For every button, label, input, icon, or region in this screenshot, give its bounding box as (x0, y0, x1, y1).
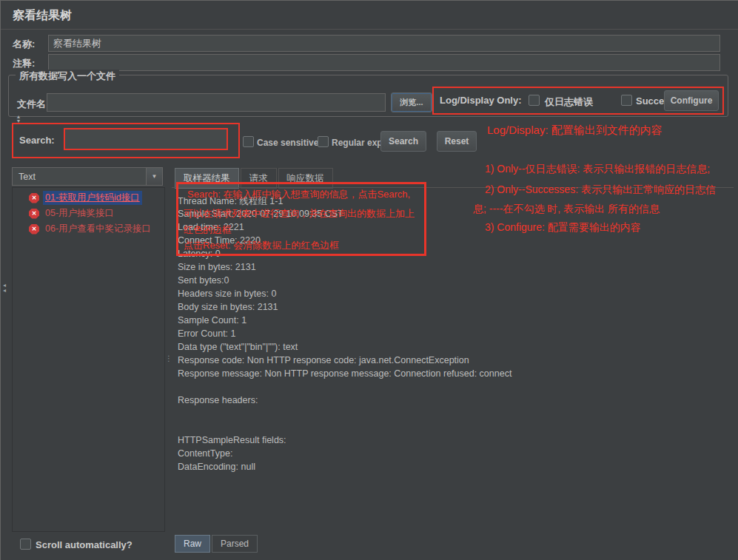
log-display-only-label: Log/Display Only: (440, 95, 522, 106)
error-icon: ✕ (29, 209, 39, 219)
scroll-automatically-label: Scroll automatically? (36, 539, 132, 550)
comment-label: 注释: (13, 57, 35, 70)
result-line (178, 382, 734, 395)
annotation-line: 可以在请求列表中进行查询，并在查询出的数据上加上 (184, 207, 415, 220)
result-line: Response code: Non HTTP response code: j… (178, 355, 734, 368)
errors-only-label: 仅日志错误 (545, 95, 593, 109)
browse-button[interactable]: 浏览... (391, 92, 432, 112)
tree-item-label: 05-用户抽奖接口 (43, 206, 116, 220)
name-label: 名称: (13, 38, 35, 51)
name-input[interactable] (48, 35, 720, 52)
splitter-collapse-icon[interactable]: ◂◂ (1, 283, 7, 293)
tree-item-label: 01-获取用户转码id接口 (43, 191, 142, 205)
view-results-tree-panel: ◂◂ ⋮ 察看结果树 名称: 注释: 所有数据写入一个文件 文件名 浏览... … (0, 0, 738, 560)
result-line: ContentType: (178, 448, 734, 462)
annotation-note-2: 2) Only--Successes: 表示只输出正常响应的日志信 (485, 183, 716, 197)
result-line: Size in bytes: 2131 (178, 262, 734, 275)
error-icon: ✕ (29, 193, 39, 203)
tab-parsed[interactable]: Parsed (212, 535, 258, 553)
results-tree: ✕ 01-获取用户转码id接口 ✕ 05-用户抽奖接口 ✕ 06-用户查看中奖记… (12, 187, 165, 532)
sampler-result-panel: 取样器结果 请求 响应数据 Thread Name: 线程组 1-1Sample… (172, 168, 734, 553)
search-input[interactable] (64, 128, 228, 150)
comment-input[interactable] (48, 54, 720, 71)
tab-raw[interactable]: Raw (175, 535, 210, 553)
filename-input[interactable] (47, 93, 386, 112)
successes-checkbox[interactable] (621, 95, 632, 106)
chevron-down-icon[interactable]: ▼ (146, 168, 162, 185)
case-sensitive-checkbox[interactable] (243, 136, 254, 147)
result-line (178, 408, 734, 422)
result-line: Sample Count: 1 (178, 315, 734, 328)
result-line: Error Count: 1 (178, 328, 734, 342)
result-annotation-frame: Search: 在输入框中输入想查询的信息，点击Search, 可以在请求列表中… (176, 182, 426, 256)
regular-exp-label: Regular exp. (332, 138, 385, 148)
title-divider (1, 29, 738, 30)
write-all-data-group-title: 所有数据写入一个文件 (16, 70, 119, 83)
error-icon: ✕ (29, 224, 39, 235)
annotation-note-3: 3) Configure: 配置需要输出的内容 (485, 221, 641, 235)
annotation-note-1: 1) Only--仅日志错误: 表示只输出报错的日志信息; (485, 163, 710, 176)
tree-item[interactable]: ✕ 01-获取用户转码id接口 (13, 190, 164, 206)
result-line: HTTPSampleResult fields: (178, 435, 734, 448)
tree-item[interactable]: ✕ 06-用户查看中奖记录接口 (13, 221, 164, 237)
case-sensitive-label: Case sensitive (257, 138, 318, 148)
configure-button[interactable]: Configure (664, 90, 719, 111)
annotation-line: 红色的边框 (184, 223, 232, 237)
result-line: Response headers: (178, 395, 734, 408)
tree-view-select[interactable]: Text ▼ (12, 167, 163, 186)
search-label: Search: (19, 135, 55, 146)
result-line: Headers size in bytes: 0 (178, 289, 734, 302)
tree-view-select-value: Text (13, 172, 146, 182)
errors-only-checkbox[interactable] (529, 95, 540, 106)
result-line: Body size in bytes: 2131 (178, 302, 734, 315)
render-tabs: Raw Parsed (175, 535, 259, 553)
page-title: 察看结果树 (13, 8, 72, 24)
tree-item[interactable]: ✕ 05-用户抽奖接口 (13, 206, 164, 221)
annotation-note-2-cont: 息; ----在不勾选 时, 表示输出 所有的信息 (473, 203, 660, 216)
reset-button[interactable]: Reset (437, 131, 477, 152)
result-line (178, 422, 734, 435)
result-line: Sent bytes:0 (178, 275, 734, 289)
annotation-line: Search: 在输入框中输入想查询的信息，点击Search, (187, 188, 410, 201)
result-line: DataEncoding: null (178, 462, 734, 475)
search-button[interactable]: Search (380, 131, 426, 152)
annotation-line: 点击Reset: 会清除数据上的红色边框 (184, 239, 339, 252)
result-line: Data type ("text"|"bin"|""): text (178, 342, 734, 355)
tree-item-label: 06-用户查看中奖记录接口 (43, 222, 153, 236)
filename-label: 文件名 (17, 98, 46, 111)
annotation-log-display: Log/Display: 配置输出到文件的内容 (487, 124, 662, 138)
scroll-automatically-checkbox[interactable] (20, 539, 31, 550)
result-line: Response message: Non HTTP response mess… (178, 368, 734, 382)
regular-exp-checkbox[interactable] (318, 136, 329, 147)
